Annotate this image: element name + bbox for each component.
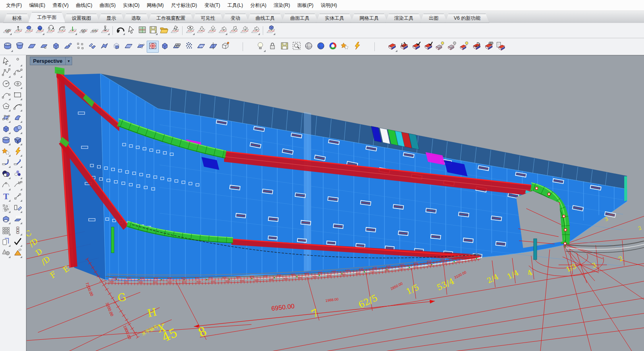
layer-link-button[interactable] [483, 41, 495, 53]
solid-tube-button[interactable] [0, 135, 11, 146]
cplane-through-points-button[interactable] [78, 25, 89, 36]
layer-state-button[interactable] [386, 41, 398, 53]
surface-corner-plane-button[interactable] [38, 41, 50, 53]
mesh-box-button[interactable] [12, 135, 23, 146]
chamfer-edge-button[interactable] [12, 158, 23, 169]
rendered-view-button[interactable] [315, 41, 327, 53]
surface-box-button[interactable] [50, 41, 62, 53]
previous-cplane-button[interactable] [239, 25, 250, 36]
tab-6[interactable]: 工作视窗配置 [147, 14, 194, 23]
solid-spheres-button[interactable] [12, 124, 23, 135]
menu-8[interactable]: 尺寸标注(D) [167, 0, 201, 10]
next-cplane-button[interactable] [228, 25, 239, 36]
text-button[interactable]: T [0, 192, 11, 202]
surface-bowl-button[interactable] [14, 41, 26, 53]
cplane-to-curve-button[interactable] [56, 25, 67, 36]
ellipse-button[interactable] [12, 79, 23, 90]
perspective-viewport[interactable]: 6006006006006006006006006006006006006006… [26, 55, 644, 351]
tab-9[interactable]: 曲线工具 [247, 14, 284, 23]
layer-copy-button[interactable] [495, 41, 507, 53]
circle-button[interactable] [0, 79, 11, 90]
boolean-union-button[interactable] [339, 41, 351, 53]
surface-split-button[interactable] [207, 41, 219, 53]
fillet-edge-button[interactable] [0, 158, 11, 169]
move-cplane-down-button[interactable] [195, 25, 206, 36]
copy-button[interactable] [0, 237, 11, 248]
cap-solid-button[interactable] [0, 214, 11, 225]
array-rect-button[interactable] [0, 225, 11, 236]
solid-box-button[interactable] [0, 124, 11, 135]
layer-check-button[interactable] [410, 41, 422, 53]
menu-13[interactable]: 面板(P) [294, 0, 317, 10]
save-cplane-button[interactable] [147, 25, 158, 36]
srf-points-button[interactable] [0, 113, 11, 124]
primitives-button[interactable] [0, 248, 11, 259]
surface-trim-button[interactable] [147, 41, 159, 53]
layer-loop-button[interactable] [471, 41, 483, 53]
viewport-canvas[interactable]: 6006006006006006006006006006006006006006… [27, 56, 644, 351]
box-wireframe-button[interactable] [219, 41, 231, 53]
tab-11[interactable]: 实体工具 [316, 14, 353, 23]
polyline-button[interactable] [0, 68, 11, 78]
boolean-dots-button[interactable] [12, 169, 23, 180]
tab-1[interactable]: 标准 [3, 14, 31, 23]
menu-1[interactable]: 文件(F) [2, 0, 25, 10]
menu-2[interactable]: 编辑(E) [25, 0, 49, 10]
extrude-button[interactable] [12, 214, 23, 225]
cplane-elevation-button[interactable] [185, 25, 195, 36]
visibility-swap-button[interactable] [12, 248, 23, 259]
polygon-button[interactable] [0, 101, 11, 112]
tab-15[interactable]: V6 的新功能 [445, 14, 489, 23]
check-objects-button[interactable] [12, 237, 23, 248]
menu-11[interactable]: 分析(A) [247, 0, 270, 10]
select-cplane-button[interactable] [126, 25, 137, 36]
rectangle-button[interactable] [12, 90, 23, 101]
surface-loft-button[interactable] [98, 41, 110, 53]
surface-unroll-button[interactable] [62, 41, 74, 53]
import-cplane-button[interactable] [169, 25, 180, 36]
boolean-union-button[interactable] [0, 147, 11, 157]
rotate-copy-button[interactable] [12, 203, 23, 214]
menu-6[interactable]: 实体(O) [119, 0, 143, 10]
rotate-cplane-right-button[interactable] [217, 25, 228, 36]
light-button[interactable] [254, 41, 266, 53]
layer-edit-button[interactable] [422, 41, 434, 53]
group-button[interactable] [0, 203, 11, 214]
move-cplane-up-button[interactable] [206, 25, 217, 36]
tab-7[interactable]: 可见性 [192, 14, 224, 23]
explode-button[interactable] [351, 41, 363, 53]
cplane-normal-button[interactable] [67, 25, 78, 36]
cplane-to-surface-button[interactable] [34, 25, 45, 36]
surface-uv-button[interactable]: UV [195, 41, 207, 53]
menu-12[interactable]: 渲染(R) [270, 0, 294, 10]
layer-bulb-up-button[interactable] [434, 41, 447, 53]
menu-9[interactable]: 变动(T) [201, 0, 224, 10]
forward-cplane-button[interactable] [250, 25, 261, 36]
surface-drape-button[interactable] [135, 41, 147, 53]
cplane-3point-button[interactable] [2, 25, 12, 36]
cplane-to-object-button[interactable] [23, 25, 34, 36]
menu-10[interactable]: 工具(L) [224, 0, 247, 10]
layer-restore-button[interactable] [398, 41, 410, 53]
tab-2[interactable]: 工作平面 [28, 12, 65, 23]
chevron-down-icon[interactable]: ▾ [65, 57, 72, 65]
world-cplane-button[interactable] [265, 25, 276, 36]
zoom-selected-button[interactable] [291, 41, 303, 53]
viewport-title[interactable]: Perspective ▾ [30, 57, 72, 65]
shaded-view-button[interactable] [303, 41, 315, 53]
tab-14[interactable]: 出图 [420, 14, 447, 23]
curve-interp-button[interactable] [12, 68, 23, 78]
fillet-curve-button[interactable] [0, 180, 11, 191]
move-point-button[interactable] [12, 192, 23, 202]
menu-4[interactable]: 曲线(C) [72, 0, 96, 10]
arc-button[interactable] [0, 90, 11, 101]
array-linear-button[interactable] [12, 225, 23, 236]
surface-hatch-button[interactable] [123, 41, 135, 53]
layer-light-button[interactable] [459, 41, 471, 53]
tab-8[interactable]: 变动 [222, 14, 249, 23]
cplane-rotate-button[interactable] [45, 25, 56, 36]
layer-bulb-down-button[interactable] [447, 41, 459, 53]
menu-14[interactable]: 说明(H) [317, 0, 341, 10]
surface-4pt-button[interactable] [74, 41, 86, 53]
menu-3[interactable]: 查看(V) [49, 0, 72, 10]
